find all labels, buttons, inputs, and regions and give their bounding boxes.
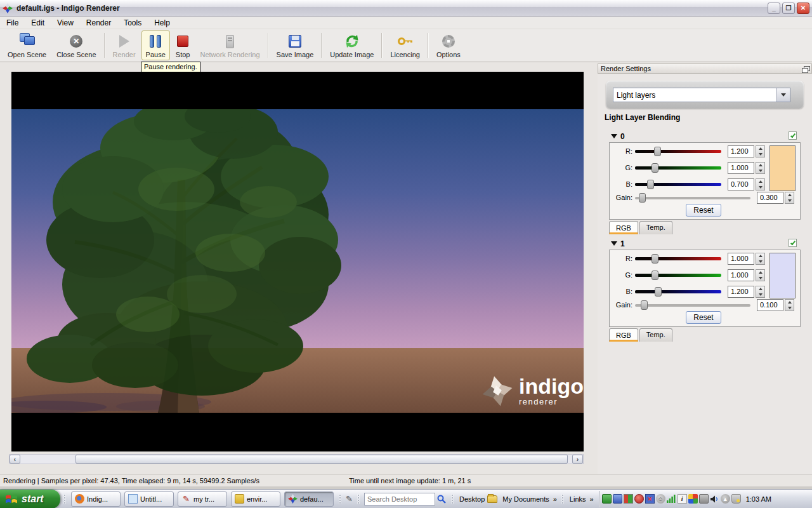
- slider-handle[interactable]: [647, 180, 654, 189]
- layer-0-green-value[interactable]: 1.000: [728, 162, 754, 174]
- layer-1-green-spinner[interactable]: [756, 269, 765, 281]
- pause-button[interactable]: Pause: [141, 30, 170, 60]
- viewport-hscrollbar[interactable]: ‹ ›: [9, 454, 584, 464]
- collapse-arrow-icon[interactable]: [611, 134, 617, 138]
- desktop-toolbar[interactable]: Desktop: [459, 495, 485, 503]
- slider-handle[interactable]: [652, 271, 658, 280]
- save-image-button[interactable]: Save Image: [272, 30, 318, 60]
- stop-button[interactable]: Stop: [171, 30, 195, 60]
- taskbar-grip[interactable]: [450, 492, 455, 506]
- layer-0-gain-value[interactable]: 0.300: [757, 192, 783, 204]
- volume-icon[interactable]: [710, 494, 719, 504]
- taskbar-grip[interactable]: [337, 492, 343, 506]
- pen-quicklaunch-icon[interactable]: ✎: [344, 494, 354, 504]
- menu-view[interactable]: View: [51, 17, 80, 29]
- open-scene-button[interactable]: Open Scene: [3, 30, 51, 60]
- licencing-button[interactable]: Licencing: [386, 30, 424, 60]
- panel-header[interactable]: Render Settings: [598, 64, 812, 74]
- network-monitor-icon[interactable]: [613, 494, 622, 504]
- menu-tools[interactable]: Tools: [117, 17, 148, 29]
- task-button-untitled[interactable]: Untitl...: [124, 491, 174, 507]
- menu-render[interactable]: Render: [80, 17, 117, 29]
- layer-0-reset-button[interactable]: Reset: [686, 204, 721, 217]
- settings-mode-dropdown[interactable]: Light layers: [613, 88, 790, 102]
- red-dial-icon[interactable]: [634, 494, 644, 504]
- slider-handle[interactable]: [652, 254, 658, 264]
- layer-0-red-spinner[interactable]: [756, 145, 765, 157]
- task-button-default-igs[interactable]: defau...: [284, 491, 334, 507]
- close-button[interactable]: ✕: [797, 3, 809, 14]
- network-error-icon[interactable]: ✕: [645, 494, 655, 504]
- slider-handle[interactable]: [641, 300, 648, 310]
- layer-0-red-slider[interactable]: [635, 146, 721, 156]
- layer-0-green-spinner[interactable]: [756, 162, 765, 174]
- layer-1-red-spinner[interactable]: [756, 253, 765, 265]
- minimize-button[interactable]: _: [768, 3, 780, 14]
- task-button-my-tr[interactable]: ✎ my tr...: [178, 491, 227, 507]
- messenger-gray-icon[interactable]: ☺: [656, 494, 665, 504]
- display-icon[interactable]: [699, 494, 709, 504]
- signal-bars-icon[interactable]: [667, 494, 676, 504]
- layer-1-green-slider[interactable]: [635, 270, 721, 280]
- layer-0-blue-slider[interactable]: [635, 179, 721, 189]
- layer-0-green-slider[interactable]: [635, 163, 721, 173]
- menu-file[interactable]: File: [0, 17, 25, 29]
- slider-handle[interactable]: [652, 163, 658, 173]
- scroll-left-button[interactable]: ‹: [10, 455, 20, 464]
- layer-1-enabled-checkbox[interactable]: [789, 239, 797, 247]
- layer-0-blue-value[interactable]: 0.700: [728, 178, 754, 190]
- layer-1-red-value[interactable]: 1.000: [728, 253, 754, 265]
- task-button-envir[interactable]: envir...: [231, 491, 280, 507]
- menu-help[interactable]: Help: [148, 17, 176, 29]
- taskbar-grip[interactable]: [356, 492, 361, 506]
- start-button[interactable]: start: [0, 490, 60, 508]
- collapse-arrow-icon[interactable]: [611, 241, 617, 246]
- slider-handle[interactable]: [654, 147, 661, 156]
- slider-handle[interactable]: [639, 193, 646, 203]
- options-button[interactable]: Options: [432, 30, 465, 60]
- search-button[interactable]: [435, 493, 448, 505]
- scrollbar-thumb[interactable]: [75, 455, 568, 464]
- device-green-icon[interactable]: [602, 494, 612, 504]
- layer-1-reset-button[interactable]: Reset: [686, 311, 721, 324]
- layer-0-enabled-checkbox[interactable]: [789, 131, 797, 140]
- info-icon[interactable]: i: [678, 494, 687, 504]
- windows-flag-tray-icon[interactable]: [688, 494, 698, 504]
- layer-0-tab-rgb[interactable]: RGB: [609, 221, 638, 234]
- layer-1-blue-value[interactable]: 1.200: [728, 286, 754, 298]
- layer-1-red-slider[interactable]: [635, 253, 721, 264]
- layer-1-blue-slider[interactable]: [635, 286, 721, 297]
- layer-1-color-swatch[interactable]: [769, 253, 796, 298]
- layer-1-gain-spinner[interactable]: [785, 299, 794, 311]
- close-scene-button[interactable]: ✕ Close Scene: [52, 30, 100, 60]
- layer-1-gain-slider[interactable]: [635, 300, 750, 310]
- layer-1-blue-spinner[interactable]: [756, 286, 765, 298]
- dual-square-icon[interactable]: [624, 494, 633, 504]
- menu-edit[interactable]: Edit: [25, 17, 51, 29]
- dropdown-arrow-button[interactable]: [776, 88, 790, 102]
- layer-1-tab-rgb[interactable]: RGB: [609, 328, 638, 342]
- chevron-more-icon[interactable]: »: [553, 495, 557, 503]
- layer-1-tab-temp[interactable]: Temp.: [639, 328, 672, 342]
- layer-0-tab-temp[interactable]: Temp.: [639, 221, 672, 234]
- chevron-more-icon[interactable]: »: [590, 495, 594, 503]
- restore-button[interactable]: ❐: [782, 3, 795, 14]
- links-toolbar[interactable]: Links: [570, 495, 586, 503]
- task-button-firefox[interactable]: Indig...: [71, 491, 121, 507]
- layer-1-gain-value[interactable]: 0.100: [757, 299, 783, 311]
- taskbar-grip[interactable]: [560, 492, 565, 506]
- layer-0-gain-slider[interactable]: [635, 192, 750, 203]
- search-desktop-input[interactable]: [364, 493, 435, 505]
- slider-handle[interactable]: [655, 287, 662, 297]
- layer-1-green-value[interactable]: 1.000: [728, 269, 754, 281]
- taskbar-grip[interactable]: [62, 492, 67, 506]
- my-documents-toolbar[interactable]: My Documents: [487, 495, 551, 503]
- float-panel-icon[interactable]: [802, 66, 809, 72]
- scroll-right-button[interactable]: ›: [572, 455, 583, 464]
- layer-0-color-swatch[interactable]: [769, 145, 796, 191]
- update-image-button[interactable]: Update Image: [325, 30, 378, 60]
- layer-0-blue-spinner[interactable]: [756, 178, 765, 190]
- layer-0-gain-spinner[interactable]: [785, 192, 794, 204]
- pointer-device-icon[interactable]: [731, 494, 741, 504]
- globe-gray-icon[interactable]: ▲: [721, 494, 730, 504]
